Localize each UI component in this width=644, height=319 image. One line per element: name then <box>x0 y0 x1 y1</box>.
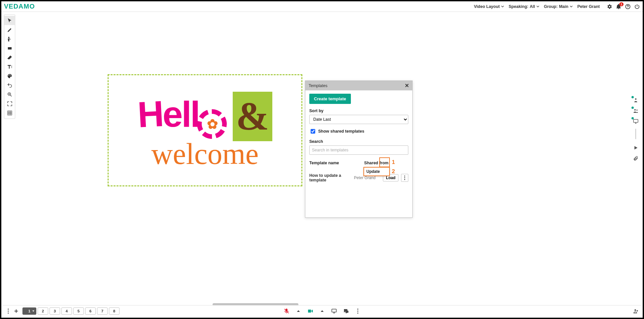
page-tab-7[interactable]: 7 <box>97 307 108 315</box>
settings-icon[interactable] <box>606 4 612 10</box>
collapse-up-icon[interactable] <box>295 308 301 314</box>
callout-highlight-2 <box>363 167 390 176</box>
notifications-icon[interactable]: 1 <box>616 4 622 10</box>
templates-panel-title: Templates <box>309 83 327 88</box>
svg-point-11 <box>634 109 636 111</box>
pen-tool[interactable] <box>4 25 15 34</box>
bottombar: 1 2 3 4 5 6 7 8 <box>3 305 641 316</box>
svg-point-2 <box>8 37 9 38</box>
zoom-tool[interactable] <box>4 90 15 99</box>
svg-point-23 <box>357 310 358 311</box>
svg-point-22 <box>357 308 358 309</box>
chat-icon[interactable] <box>343 308 349 314</box>
grid-tool[interactable] <box>4 108 15 117</box>
presenter-tool[interactable] <box>4 34 15 44</box>
left-toolbar <box>4 15 15 119</box>
show-shared-label: Show shared templates <box>318 129 364 134</box>
page-tab-2[interactable]: 2 <box>38 307 48 315</box>
svg-point-15 <box>404 177 405 178</box>
show-shared-row[interactable]: Show shared templates <box>309 128 408 135</box>
play-icon[interactable] <box>632 144 639 151</box>
fit-screen-tool[interactable] <box>4 99 15 108</box>
power-icon[interactable] <box>634 4 640 10</box>
text-tool[interactable] <box>4 62 15 71</box>
flower-icon: ✿ <box>207 117 217 131</box>
add-participant-icon[interactable] <box>633 308 639 314</box>
page-tab-8[interactable]: 8 <box>109 307 119 315</box>
svg-point-18 <box>8 310 9 311</box>
svg-rect-3 <box>8 47 11 49</box>
svg-point-12 <box>636 110 637 111</box>
eraser-tool[interactable] <box>4 53 15 62</box>
collapse-up-icon[interactable] <box>319 308 325 314</box>
svg-point-16 <box>404 179 405 180</box>
add-page-icon[interactable] <box>13 308 19 314</box>
page-tab-5[interactable]: 5 <box>73 307 84 315</box>
page-tab-6[interactable]: 6 <box>85 307 96 315</box>
group-value: Main <box>559 4 568 9</box>
svg-point-25 <box>634 309 636 311</box>
help-icon[interactable] <box>625 4 631 10</box>
screen-share-icon[interactable] <box>632 118 639 125</box>
speaking-dropdown[interactable]: Speaking: All <box>509 4 539 9</box>
active-dot-icon <box>631 107 634 109</box>
create-template-button[interactable]: Create template <box>309 94 351 104</box>
undo-tool[interactable] <box>4 80 15 90</box>
caret-down-icon <box>536 4 539 9</box>
svg-point-7 <box>11 75 11 76</box>
sort-by-select[interactable]: Date Last <box>309 115 408 124</box>
active-dot-icon <box>631 117 634 119</box>
right-toolbar <box>631 97 640 162</box>
sort-by-label: Sort by <box>309 109 408 113</box>
more-options-button[interactable] <box>401 174 408 182</box>
callout-number-2: 2 <box>392 168 395 175</box>
speaking-label: Speaking: <box>509 4 528 9</box>
page-tab-1[interactable]: 1 <box>22 307 36 315</box>
svg-rect-13 <box>633 119 638 122</box>
hello-row: Hell✿ & <box>138 92 272 141</box>
notifications-badge: 1 <box>619 2 624 6</box>
page-tab-3[interactable]: 3 <box>50 307 60 315</box>
show-shared-checkbox[interactable] <box>311 129 315 134</box>
svg-point-6 <box>10 75 10 75</box>
svg-point-17 <box>8 308 9 309</box>
user-menu[interactable]: Peter Grant <box>577 4 600 9</box>
page-tab-4[interactable]: 4 <box>61 307 72 315</box>
ampersand: & <box>236 94 269 139</box>
col-name name: Template name <box>309 161 339 165</box>
ampersand-box: & <box>233 92 272 141</box>
svg-rect-9 <box>8 111 12 115</box>
more-options-icon[interactable] <box>5 308 11 314</box>
app-frame: VEDAMO Video Layout Speaking: All Group:… <box>0 0 644 319</box>
brand-logo: VEDAMO <box>4 3 35 10</box>
participants-icon[interactable] <box>632 108 639 114</box>
topbar-right: Video Layout Speaking: All Group: Main <box>474 4 640 10</box>
search-input[interactable] <box>309 145 408 155</box>
hello-word: Hell✿ <box>138 96 227 137</box>
templates-panel-header[interactable]: Templates ✕ <box>305 81 412 90</box>
right-toolbar-divider <box>635 129 636 139</box>
caret-down-icon <box>570 4 573 9</box>
active-dot-icon <box>631 96 634 98</box>
video-layout-dropdown[interactable]: Video Layout <box>474 4 504 9</box>
mic-muted-icon[interactable] <box>284 308 289 314</box>
color-tool[interactable] <box>4 71 15 80</box>
camera-icon[interactable] <box>307 308 313 314</box>
svg-point-4 <box>8 75 9 76</box>
more-icon[interactable] <box>355 308 361 314</box>
screen-icon[interactable] <box>331 308 337 314</box>
search-label: Search <box>309 139 408 144</box>
pointer-tool[interactable] <box>4 16 15 25</box>
canvas-selection[interactable]: Hell✿ & welcome <box>108 74 302 186</box>
topbar: VEDAMO Video Layout Speaking: All Group:… <box>1 1 643 12</box>
presenter-view-icon[interactable] <box>632 97 639 104</box>
templates-panel-body: Create template Sort by Date Last Show s… <box>305 90 412 217</box>
templates-panel: Templates ✕ Create template Sort by Date… <box>305 80 413 218</box>
group-dropdown[interactable]: Group: Main <box>544 4 573 9</box>
svg-point-1 <box>627 8 628 8</box>
template-name: How to update a template <box>309 173 351 182</box>
attachment-icon[interactable] <box>632 155 639 162</box>
template-shared-from: Peter Grand <box>354 175 380 180</box>
rectangle-tool[interactable] <box>4 44 15 53</box>
close-icon[interactable]: ✕ <box>405 82 409 89</box>
